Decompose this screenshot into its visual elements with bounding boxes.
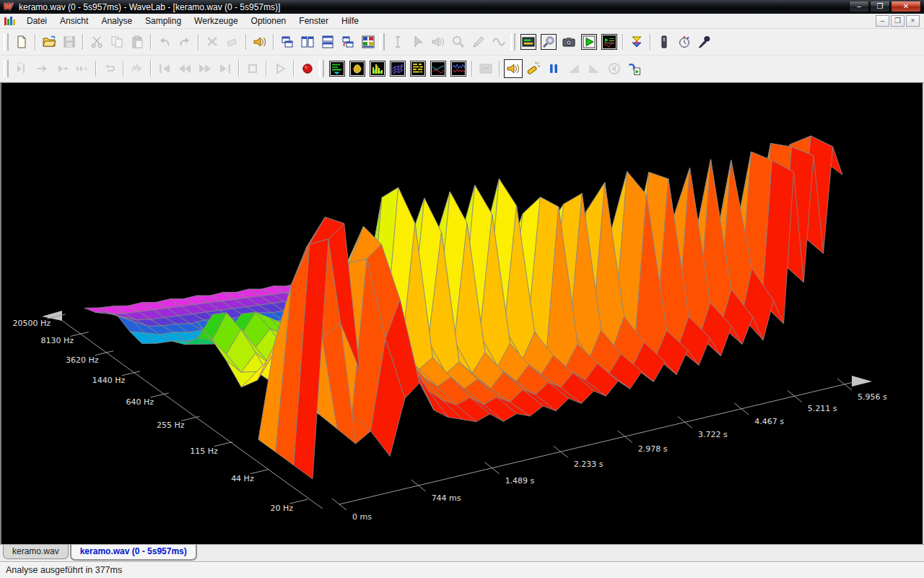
svg-text:5.211 s: 5.211 s	[808, 404, 837, 413]
bit-meter-view-button[interactable]	[409, 59, 427, 78]
undo-button	[155, 33, 174, 51]
inspect-probe-button[interactable]	[524, 59, 543, 78]
loop-icon	[103, 61, 117, 76]
window-tile-vertical-button[interactable]	[298, 33, 317, 51]
wave-meter-view-button[interactable]	[328, 59, 346, 78]
toolbar-separator	[245, 34, 247, 50]
toolbar-grip[interactable]	[4, 60, 9, 77]
play-file-button[interactable]	[580, 33, 598, 51]
window-switch-button[interactable]	[339, 33, 357, 51]
toolbar-separator	[123, 61, 124, 77]
menu-analyse[interactable]: Analyse	[95, 14, 139, 28]
win-grid-icon	[361, 35, 375, 49]
pencil-icon	[471, 35, 486, 49]
toolbar-separator	[273, 34, 274, 50]
fade-out-button	[585, 59, 603, 78]
child-minimize-button[interactable]: –	[876, 15, 889, 27]
tile5-icon	[411, 61, 425, 76]
pan-scope-view-button[interactable]	[429, 59, 448, 78]
svg-text:3.722 s: 3.722 s	[698, 430, 728, 439]
stopwatch-icon	[677, 35, 692, 49]
new-file-button[interactable]	[12, 33, 31, 51]
tab-keramo-wav-0-5s957ms-[interactable]: keramo.wav (0 - 5s957ms)	[70, 545, 197, 561]
spectrum-view-button[interactable]	[368, 59, 387, 78]
playg-icon	[582, 35, 596, 49]
timer-button[interactable]	[675, 33, 694, 51]
pencil-tool-button	[469, 33, 488, 51]
toolbar-separator	[198, 34, 199, 50]
level-meter-button[interactable]	[519, 33, 538, 51]
svg-text:20 Hz: 20 Hz	[270, 504, 293, 513]
cut-button	[87, 33, 106, 51]
menu-bar: DateiAnsichtAnalyseSamplingWerkzeugeOpti…	[0, 14, 924, 29]
speaker-icon	[431, 35, 445, 49]
svg-text:1.489 s: 1.489 s	[505, 476, 535, 486]
window-title: keramo.wav (0 - 5s957ms) - WaveLab - [ke…	[19, 2, 848, 12]
skip-region-button	[128, 59, 147, 78]
rewind-button	[175, 59, 194, 78]
delete-button	[203, 33, 222, 51]
toolbar-grip[interactable]	[380, 33, 385, 51]
marker-functions-button[interactable]	[627, 33, 646, 51]
render-background-button[interactable]	[625, 59, 644, 78]
play-prepend-button	[12, 59, 31, 78]
fft-3d-spectrogram[interactable]: 0 ms744 ms1.489 s2.233 s2.978 s3.722 s4.…	[0, 82, 924, 544]
toolbar-grip[interactable]	[4, 33, 9, 51]
workspace-layout-button[interactable]	[359, 33, 378, 51]
text-cursor-tool-button	[388, 33, 407, 51]
window-cascade-button[interactable]	[278, 33, 297, 51]
playlist-button[interactable]	[600, 33, 619, 51]
child-restore-button[interactable]: ❐	[891, 15, 905, 27]
snapshot2-icon	[479, 61, 493, 76]
monitor-speaker-button[interactable]	[250, 33, 269, 51]
tile2-icon	[350, 61, 365, 76]
svg-text:3620 Hz: 3620 Hz	[66, 355, 99, 365]
meterbar-icon	[657, 35, 671, 49]
svg-text:2.233 s: 2.233 s	[574, 460, 603, 469]
toolbar-separator	[82, 34, 84, 50]
copy-button	[108, 33, 126, 51]
play-from-cursor-button	[32, 59, 51, 78]
tr-end-icon	[218, 61, 232, 76]
menu-hilfe[interactable]: Hilfe	[335, 14, 365, 28]
minimize-button[interactable]: –	[849, 1, 869, 12]
tr-start-icon	[157, 61, 172, 76]
pause-analysis-button[interactable]	[544, 59, 563, 78]
maximize-button[interactable]: ❐	[870, 1, 890, 12]
play-selection-button	[53, 59, 71, 78]
speaker-setup-button[interactable]	[539, 33, 558, 51]
toolbar-separator	[95, 61, 97, 77]
window-tile-horizontal-button[interactable]	[318, 33, 337, 51]
toolbar-separator	[471, 61, 473, 77]
fft-3d-view-button[interactable]	[388, 59, 407, 78]
child-close-button[interactable]: ×	[906, 15, 920, 27]
open-file-button[interactable]	[40, 33, 58, 51]
fadein-icon	[567, 61, 581, 76]
undo-icon	[157, 35, 172, 49]
microphone-button[interactable]	[695, 33, 714, 51]
menu-ansicht[interactable]: Ansicht	[53, 14, 95, 28]
status-bar: Analyse ausgeführt in 377ms	[0, 561, 924, 578]
menu-fenster[interactable]: Fenster	[292, 14, 335, 28]
svg-text:115 Hz: 115 Hz	[190, 447, 218, 456]
svg-text:44 Hz: 44 Hz	[231, 474, 254, 483]
toolbar-transport-analysis	[0, 56, 924, 82]
menu-optionen[interactable]: Optionen	[245, 14, 293, 28]
funnel-icon	[629, 35, 644, 49]
level-bar-button[interactable]	[655, 33, 674, 51]
menu-sampling[interactable]: Sampling	[139, 14, 188, 28]
toolbar-grip[interactable]	[510, 33, 515, 51]
tab-keramo-wav[interactable]: keramo.wav	[3, 545, 69, 559]
folder-icon	[42, 35, 56, 49]
zoom-tool-button	[449, 33, 468, 51]
audio-snapshot-button[interactable]	[559, 33, 578, 51]
record-button[interactable]	[298, 59, 317, 78]
loopdoc-icon	[627, 61, 642, 76]
phase-scope-view-button[interactable]	[348, 59, 367, 78]
oscilloscope-view-button[interactable]	[449, 59, 468, 78]
close-button[interactable]: ✕	[891, 1, 921, 12]
menu-werkzeuge[interactable]: Werkzeuge	[188, 14, 244, 28]
menu-datei[interactable]: Datei	[20, 14, 53, 28]
toolbar-grip[interactable]	[319, 60, 324, 77]
audio-monitor-button[interactable]	[504, 59, 523, 78]
